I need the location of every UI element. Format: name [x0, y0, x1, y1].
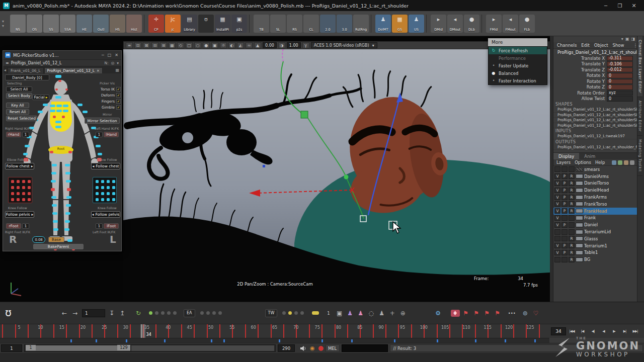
layer-toggle-r[interactable] [569, 166, 575, 172]
picker-control-button[interactable] [25, 145, 30, 147]
shelf-item-tb[interactable]: TB [254, 15, 269, 33]
layer-toggle-r[interactable] [569, 215, 575, 221]
layer-tab-display[interactable]: Display [553, 153, 579, 159]
picker-search-icon[interactable]: ◎ [111, 61, 115, 65]
picker-control-button[interactable] [53, 116, 56, 118]
layer-toggle-r[interactable] [569, 222, 575, 228]
layer-row-frankhead[interactable]: VPRFrankHead [553, 208, 637, 215]
shaded-icon[interactable]: ● [203, 42, 210, 48]
layer-toggle-v[interactable]: V [554, 201, 560, 207]
layer-toggle-v[interactable]: V [554, 215, 560, 221]
keyframe-tick[interactable] [475, 324, 476, 338]
select-body-button[interactable]: Select Body [6, 93, 32, 99]
picker-control-button[interactable] [63, 110, 68, 112]
minimize-button[interactable]: ─ [599, 0, 613, 11]
shelf-item-p2s[interactable]: ▣p2s [231, 15, 247, 33]
keyframe-tick[interactable] [2, 324, 3, 338]
keyframe-tick[interactable] [373, 324, 374, 338]
current-frame-field[interactable]: 34 [551, 327, 566, 335]
view-cube-icon[interactable]: ◇ [177, 42, 184, 48]
layer-toggle-v[interactable]: V [554, 243, 560, 248]
scale-toggle[interactable]: 0.08 [32, 236, 45, 243]
layer-toggle-p[interactable] [561, 229, 568, 235]
pose-grid-dot[interactable] [101, 198, 104, 201]
anim-end-field[interactable]: 290 [278, 344, 295, 352]
picker-control-button[interactable] [50, 110, 55, 112]
picker-close-button[interactable]: ✕ [115, 53, 118, 57]
shelf-item-sl[interactable]: SL [270, 15, 286, 33]
reset-selected-button[interactable]: Reset Selected [6, 116, 37, 121]
layer-color-swatch[interactable] [576, 195, 583, 200]
channel-row-rotate-x[interactable]: Rotate X0 [553, 73, 637, 79]
character-purple-icon[interactable]: ♟ [346, 310, 355, 317]
lhand-button[interactable]: lHand [104, 132, 119, 137]
bookmark-icon[interactable]: ⚑ [493, 310, 502, 317]
range-bar[interactable] [26, 345, 130, 351]
speaker-icon[interactable] [300, 345, 306, 351]
layer-color-swatch[interactable] [576, 257, 583, 262]
layer-color-swatch[interactable] [576, 230, 583, 234]
character-count-field[interactable]: 1 [82, 309, 105, 317]
cb-node-row[interactable]: ProRigs_Daniel_v01_12_L:ac_rt_shoulder_f… [553, 145, 637, 150]
menu-item-force-refresh[interactable]: ↻Force Refresh [489, 47, 547, 54]
pose-grid-dot[interactable] [17, 198, 20, 201]
pose-grid-dot[interactable] [17, 180, 20, 183]
checkbox-torso-ik[interactable]: Torso IK✓ [83, 86, 121, 92]
pose-grid-dot[interactable] [101, 180, 104, 183]
bake-parent-button[interactable]: BakeParent [33, 244, 84, 249]
snap-toggle-icon[interactable]: ◉ [310, 345, 315, 351]
character-pink-icon[interactable]: ♟ [356, 310, 365, 317]
camera-plate[interactable] [123, 49, 550, 302]
next-key-button[interactable]: ▶| [619, 327, 630, 336]
shelf-item-fmout[interactable]: ◂FMout [503, 15, 518, 33]
cb-menu-channels[interactable]: Channels [557, 43, 577, 48]
range-end-handle[interactable]: 129 [117, 345, 130, 350]
shelf-item-flb[interactable]: ●FLb [519, 15, 535, 33]
lfoot-value-field[interactable]: 1 [96, 223, 103, 229]
layer-row-bg[interactable]: RBG [553, 256, 637, 263]
picker-namespace[interactable]: ProRigs_Daniel_v01_12_L [11, 61, 62, 65]
layer-toggle-p[interactable]: P [561, 250, 568, 255]
layer-color-swatch[interactable] [576, 188, 583, 193]
layer-toggle-v[interactable] [554, 229, 560, 235]
mirror-selection-button[interactable]: Mirror Selection [85, 118, 120, 124]
play-forwards-button[interactable]: ▶ [609, 327, 619, 336]
keyframe-tick[interactable] [219, 324, 220, 338]
follow-pelvis-button-right[interactable]: ◂ Follow pelvis [91, 211, 120, 218]
picker-maximize-button[interactable]: □ [108, 53, 112, 57]
picker-control-button[interactable] [58, 80, 61, 82]
rhand-button[interactable]: rHand [6, 132, 21, 137]
pose-grid-dot[interactable] [96, 192, 99, 195]
pose-grid-dot[interactable] [11, 198, 14, 201]
layer-color-swatch[interactable] [576, 202, 583, 206]
maximize-button[interactable]: ❐ [613, 0, 627, 11]
keyframe-tick[interactable] [411, 324, 412, 338]
channel-value-field[interactable]: -0.106 [607, 61, 633, 67]
more-menu-header[interactable]: More [488, 38, 547, 46]
layer-toggle-r[interactable] [569, 229, 575, 235]
shelf-item-ssa[interactable]: SSA [60, 15, 75, 33]
follow-chest-button-right[interactable]: ◂ Follow chest [91, 163, 120, 169]
layer-row-frank[interactable]: VFrank [553, 215, 637, 222]
layer-toggle-p[interactable]: P [561, 243, 568, 248]
layer-toggle-r[interactable]: R [569, 236, 575, 241]
picker-control-button[interactable] [98, 153, 102, 155]
shelf-item-os[interactable]: OS [27, 15, 42, 33]
menu-item-balanced[interactable]: ●Balanced [489, 69, 547, 77]
rfoot-value-field[interactable]: 1 [22, 223, 29, 229]
checkbox-box[interactable]: ✓ [116, 99, 121, 104]
key-all-button[interactable]: Key All [6, 103, 29, 108]
layer-color-swatch[interactable] [576, 243, 583, 248]
jump-next-key-icon[interactable]: → [70, 310, 79, 317]
shelf-item-cl[interactable]: CL [303, 15, 319, 33]
picker-canvas[interactable]: Root Daniel_Body [0] Selecting Select Al… [3, 73, 121, 251]
pose-grid-dot[interactable] [22, 192, 25, 195]
lighting-icon[interactable]: ☼ [220, 42, 227, 48]
picker-title-bar[interactable]: M MG-PickerStudio v1... ─ □ ✕ [3, 51, 121, 60]
layer-toggle-p[interactable]: P [561, 222, 568, 228]
command-line-input[interactable] [342, 344, 388, 352]
layer-menu-layers[interactable]: Layers [556, 160, 571, 165]
mg-picker-logo[interactable]: ʊ [5, 308, 12, 318]
base-button[interactable]: Base [48, 237, 64, 242]
picker-control-button[interactable] [62, 116, 65, 118]
